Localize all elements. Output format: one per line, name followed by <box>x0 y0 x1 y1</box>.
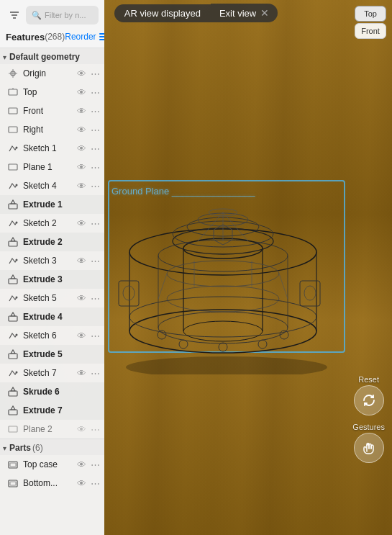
tree-item-top[interactable]: Top 👁 ⋯ <box>0 83 104 102</box>
item-label-sketch5: Sketch 5 <box>23 293 74 303</box>
more-icon[interactable]: ⋯ <box>89 86 101 99</box>
front-view-button[interactable]: Front <box>355 23 386 39</box>
top-view-button[interactable]: Top <box>355 6 386 22</box>
tree-item-plane1[interactable]: Plane 1 👁 ⋯ <box>0 158 104 176</box>
item-actions-bottom: 👁 ⋯ <box>76 477 101 490</box>
visibility-icon[interactable]: 👁 <box>76 68 88 80</box>
plane-icon <box>6 423 20 436</box>
visibility-icon[interactable]: 👁 <box>76 180 88 192</box>
visibility-icon[interactable]: 👁 <box>76 459 88 471</box>
tree-item-extrude4[interactable]: Extrude 4 <box>0 307 104 326</box>
item-actions-origin: 👁 ⋯ <box>76 68 101 80</box>
item-label-plane2: Plane 2 <box>23 424 74 434</box>
more-icon[interactable]: ⋯ <box>89 143 101 155</box>
item-actions-sketch1: 👁 ⋯ <box>76 143 101 155</box>
svg-rect-49 <box>9 164 17 170</box>
more-icon[interactable]: ⋯ <box>89 124 101 136</box>
visibility-icon[interactable]: 👁 <box>76 292 88 305</box>
item-label-top: Top <box>23 87 74 97</box>
tree-item-extrude3[interactable]: Extrude 3 <box>0 270 104 289</box>
svg-rect-47 <box>9 127 17 132</box>
tree-item-sketch7[interactable]: Sketch 7 👁 ⋯ <box>0 364 104 382</box>
item-actions-sketch5: 👁 ⋯ <box>76 292 101 305</box>
more-icon[interactable]: ⋯ <box>89 105 101 117</box>
svg-point-50 <box>16 184 18 186</box>
tree-item-bottom[interactable]: Bottom... 👁 ⋯ <box>0 474 104 493</box>
more-icon[interactable]: ⋯ <box>89 161 101 174</box>
visibility-icon[interactable]: 👁 <box>76 124 88 136</box>
visibility-icon[interactable]: 👁 <box>76 143 88 155</box>
visibility-icon[interactable]: 👁 <box>76 255 88 267</box>
tree-item-sketch3[interactable]: Sketch 3 👁 ⋯ <box>0 251 104 270</box>
tree-item-extrude1[interactable]: Extrude 1 <box>0 195 104 214</box>
item-label-plane1: Plane 1 <box>23 162 74 172</box>
more-icon[interactable]: ⋯ <box>89 423 101 436</box>
extrude-icon <box>6 235 20 248</box>
tree-item-sketch4[interactable]: Sketch 4 👁 ⋯ <box>0 176 104 195</box>
visibility-icon[interactable]: 👁 <box>76 477 88 490</box>
tree-item-extrude5[interactable]: Extrude 5 <box>0 345 104 364</box>
tree-item-sketch1[interactable]: Sketch 1 👁 ⋯ <box>0 139 104 158</box>
tree-item-extrude2[interactable]: Extrude 2 <box>0 233 104 251</box>
svg-rect-46 <box>9 108 17 114</box>
visibility-icon[interactable]: 👁 <box>76 86 88 99</box>
sketch-icon <box>6 329 20 342</box>
view-controls: Top Front <box>355 6 386 39</box>
gestures-button[interactable] <box>354 433 384 463</box>
tree-item-sketch2[interactable]: Sketch 2 👁 ⋯ <box>0 214 104 233</box>
item-actions-sketch3: 👁 ⋯ <box>76 255 101 267</box>
default-geometry-section[interactable]: ▾ Default geometry <box>0 48 104 64</box>
tree-item-extrude7[interactable]: Extrude 7 <box>0 401 104 420</box>
visibility-icon[interactable]: 👁 <box>76 161 88 174</box>
visibility-icon[interactable]: 👁 <box>76 217 88 230</box>
more-icon[interactable]: ⋯ <box>89 477 101 490</box>
tree-item-origin[interactable]: Origin 👁 ⋯ <box>0 64 104 83</box>
svg-rect-72 <box>10 463 16 467</box>
more-icon[interactable]: ⋯ <box>89 217 101 230</box>
tree-item-right[interactable]: Right 👁 ⋯ <box>0 120 104 139</box>
visibility-icon[interactable]: 👁 <box>76 367 88 379</box>
more-icon[interactable]: ⋯ <box>89 68 101 80</box>
reorder-icon[interactable] <box>99 30 104 43</box>
item-label-origin: Origin <box>23 68 74 78</box>
plane-icon <box>6 123 20 136</box>
visibility-icon[interactable]: 👁 <box>76 423 88 436</box>
item-label-sketch6: Sketch 6 <box>23 331 74 341</box>
item-label-sketch7: Sketch 7 <box>23 368 74 378</box>
tree-item-plane2[interactable]: Plane 2 👁 ⋯ <box>0 420 104 439</box>
more-icon[interactable]: ⋯ <box>89 459 101 471</box>
more-icon[interactable]: ⋯ <box>89 180 101 192</box>
exit-view-button[interactable]: Exit view ✕ <box>211 4 278 22</box>
gestures-control-group: Gestures <box>352 423 385 463</box>
more-icon[interactable]: ⋯ <box>89 255 101 267</box>
left-panel: 🔍 Filter by n... Features (268) Reorder … <box>0 0 104 535</box>
item-label-extrude4: Extrude 4 <box>23 312 101 322</box>
item-label-front: Front <box>23 106 74 116</box>
extrude-icon <box>6 404 20 417</box>
svg-marker-61 <box>11 313 15 316</box>
visibility-icon[interactable]: 👁 <box>76 330 88 342</box>
reorder-button[interactable]: Reorder <box>65 32 96 42</box>
plane-icon <box>6 86 20 99</box>
tree-item-skrude6[interactable]: Skrude 6 <box>0 382 104 401</box>
tree-content[interactable]: ▾ Default geometry Origin 👁 ⋯ <box>0 48 104 535</box>
section-title-default-geometry: Default geometry <box>9 52 80 62</box>
more-icon[interactable]: ⋯ <box>89 330 101 342</box>
top-bar: AR view displayed Exit view ✕ <box>0 0 392 26</box>
parts-section: ▾ Parts (6) Top case 👁 ⋯ <box>0 439 104 493</box>
parts-section-header[interactable]: ▾ Parts (6) <box>0 439 104 455</box>
item-label-right: Right <box>23 125 74 135</box>
visibility-icon[interactable]: 👁 <box>76 105 88 117</box>
tree-item-front[interactable]: Front 👁 ⋯ <box>0 102 104 120</box>
ar-view-badge: AR view displayed <box>114 4 211 22</box>
svg-rect-68 <box>9 410 17 415</box>
tree-item-sketch6[interactable]: Sketch 6 👁 ⋯ <box>0 326 104 345</box>
part-icon <box>6 458 20 471</box>
tree-item-sketch5[interactable]: Sketch 5 👁 ⋯ <box>0 289 104 307</box>
more-icon[interactable]: ⋯ <box>89 292 101 305</box>
reset-button[interactable] <box>354 385 384 415</box>
more-icon[interactable]: ⋯ <box>89 367 101 379</box>
plane-icon <box>6 104 20 117</box>
tree-item-top-case[interactable]: Top case 👁 ⋯ <box>0 455 104 474</box>
item-actions-top: 👁 ⋯ <box>76 86 101 99</box>
